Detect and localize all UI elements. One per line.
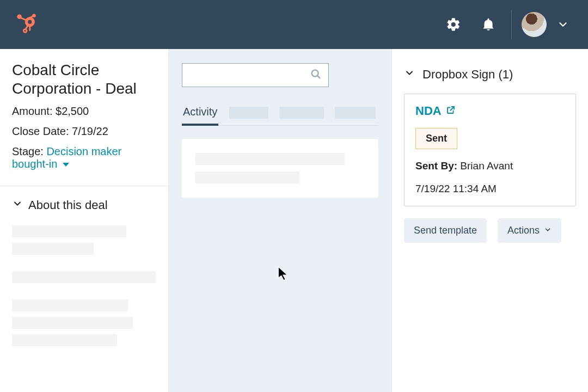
svg-line-5 xyxy=(20,18,27,21)
signature-card: NDA Sent Sent By: Brian Avant 7/19/22 11… xyxy=(404,94,576,206)
top-nav xyxy=(0,0,588,49)
svg-line-11 xyxy=(317,76,320,78)
placeholder-line xyxy=(12,317,133,329)
search-input[interactable] xyxy=(189,70,310,80)
sent-timestamp: 7/19/22 11:34 AM xyxy=(415,183,565,195)
search-icon xyxy=(310,68,322,82)
tab-placeholder xyxy=(229,107,268,119)
tab-placeholder xyxy=(335,107,376,119)
center-panel: Activity xyxy=(169,49,392,392)
deal-amount-value: $2,500 xyxy=(56,105,89,117)
deal-close-date-label: Close Date: xyxy=(12,125,69,137)
right-sidebar: Dropbox Sign (1) NDA Sent Sent By: Brian… xyxy=(392,49,588,392)
placeholder-line xyxy=(195,171,299,183)
send-template-button[interactable]: Send template xyxy=(404,218,487,243)
about-deal-title: About this deal xyxy=(28,198,108,212)
about-deal-toggle[interactable]: About this deal xyxy=(12,198,156,212)
svg-line-6 xyxy=(29,16,33,18)
svg-marker-9 xyxy=(63,163,69,167)
external-link-icon[interactable] xyxy=(446,105,456,117)
placeholder-line xyxy=(12,271,156,283)
deal-stage-label: Stage: xyxy=(12,145,44,157)
placeholder-line xyxy=(12,334,117,346)
deal-title: Cobalt Circle Corporation - Deal xyxy=(12,61,156,97)
left-sidebar: Cobalt Circle Corporation - Deal Amount:… xyxy=(0,49,169,392)
sent-by-label: Sent By: xyxy=(415,160,457,171)
status-badge: Sent xyxy=(415,128,457,149)
placeholder-line xyxy=(12,299,128,311)
activity-tabs: Activity xyxy=(182,106,378,126)
hubspot-logo[interactable] xyxy=(12,10,42,40)
chevron-down-icon xyxy=(544,225,552,236)
deal-amount: Amount: $2,500 xyxy=(12,105,156,118)
sent-by-value: Brian Avant xyxy=(460,160,513,171)
sent-by: Sent By: Brian Avant xyxy=(415,160,565,172)
svg-line-7 xyxy=(26,26,28,29)
actions-label: Actions xyxy=(507,225,540,236)
tab-activity[interactable]: Activity xyxy=(182,106,218,126)
deal-close-date: Close Date: 7/19/22 xyxy=(12,125,156,138)
placeholder-line xyxy=(195,153,345,165)
deal-close-date-value: 7/19/22 xyxy=(72,125,108,137)
placeholder-line xyxy=(12,225,126,237)
caret-down-icon xyxy=(63,158,69,170)
placeholder-line xyxy=(12,243,94,255)
svg-point-2 xyxy=(27,20,32,24)
topbar-divider xyxy=(511,10,512,39)
chevron-down-icon xyxy=(12,198,23,212)
deal-amount-label: Amount: xyxy=(12,105,52,117)
settings-icon[interactable] xyxy=(444,15,463,34)
user-avatar[interactable] xyxy=(522,12,547,37)
account-menu-chevron-icon[interactable] xyxy=(553,15,573,34)
deal-stage: Stage: Decision maker bought-in xyxy=(12,145,156,170)
dropbox-sign-panel-toggle[interactable]: Dropbox Sign (1) xyxy=(404,68,576,82)
send-template-label: Send template xyxy=(414,225,477,236)
notifications-icon[interactable] xyxy=(479,15,498,34)
activity-card xyxy=(182,139,378,198)
search-box[interactable] xyxy=(182,63,329,87)
dropbox-sign-panel-title: Dropbox Sign (1) xyxy=(422,68,513,82)
document-link[interactable]: NDA xyxy=(415,104,442,118)
tab-placeholder xyxy=(279,107,324,119)
actions-button[interactable]: Actions xyxy=(498,218,561,243)
chevron-down-icon xyxy=(404,68,415,82)
